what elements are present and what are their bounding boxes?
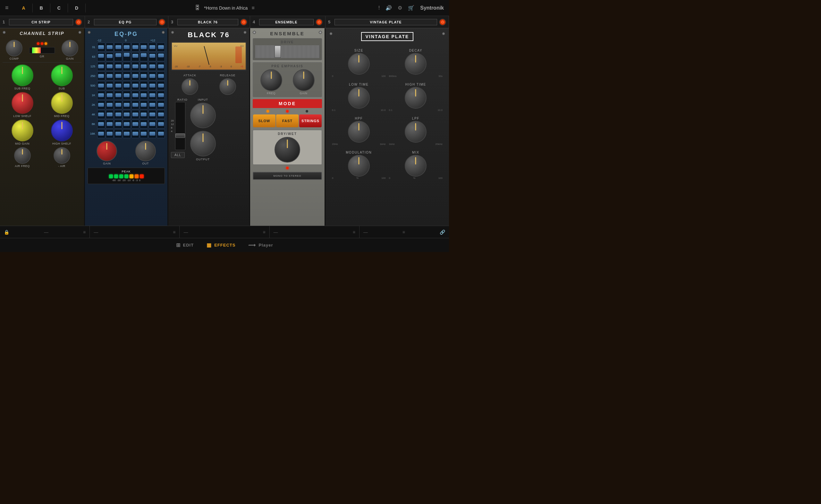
slot-power-2[interactable]: ⏻	[158, 19, 165, 26]
nav-effects[interactable]: ▦ EFFECTS	[207, 242, 235, 248]
eq-band-31-2[interactable]	[106, 43, 114, 52]
eq-band-250-6[interactable]	[140, 71, 148, 80]
eq-band-16k-4[interactable]	[123, 129, 131, 138]
nav-player[interactable]: ⟿ Player	[248, 242, 273, 248]
eq-band-500-3[interactable]	[114, 81, 122, 90]
eq-band-250-8[interactable]	[157, 71, 165, 80]
nav-tab-c[interactable]: C	[50, 4, 68, 13]
slot-lock-icon-1[interactable]: 🔒	[4, 230, 9, 235]
eq-band-1k-3[interactable]	[114, 91, 122, 100]
eq-band-1k-8[interactable]	[157, 91, 165, 100]
eq-band-250-4[interactable]	[123, 71, 131, 80]
eq-band-16k-5[interactable]	[131, 129, 140, 138]
eq-band-63-1[interactable]	[97, 52, 105, 61]
slot-power-3[interactable]: ⏻	[240, 19, 247, 26]
slot-minus-icon-3[interactable]: —	[183, 230, 188, 235]
eq-band-8k-5[interactable]	[131, 120, 140, 129]
eq-band-8k-8[interactable]	[157, 120, 165, 129]
eq-band-250-7[interactable]	[148, 71, 157, 80]
eq-band-31-3[interactable]	[114, 43, 122, 52]
output-knob[interactable]	[190, 131, 216, 156]
eq-band-125-5[interactable]	[131, 62, 140, 71]
eq-band-500-4[interactable]	[123, 81, 131, 90]
eq-band-16k-7[interactable]	[148, 129, 157, 138]
eq-band-500-7[interactable]	[148, 81, 157, 90]
slot-minus-icon-4[interactable]: —	[274, 230, 278, 235]
alert-icon[interactable]: !	[378, 5, 380, 11]
slot-name-5[interactable]: VINTAGE PLATE	[334, 19, 437, 25]
eq-band-2k-7[interactable]	[148, 100, 157, 109]
eq-band-16k-3[interactable]	[114, 129, 122, 138]
eq-band-125-3[interactable]	[114, 62, 122, 71]
eq-band-31-4[interactable]	[123, 43, 131, 52]
nav-edit[interactable]: ⊞ EDIT	[176, 242, 194, 248]
high-shelf-knob[interactable]	[51, 120, 73, 141]
vp-mix-knob[interactable]	[405, 155, 427, 177]
eq-band-4k-2[interactable]	[106, 110, 114, 119]
eq-band-4k-4[interactable]	[123, 110, 131, 119]
eq-band-250-5[interactable]	[131, 71, 140, 80]
slot-menu-icon-1[interactable]: ≡	[83, 230, 86, 235]
mode-strings-button[interactable]: STRINGS	[299, 114, 322, 127]
eq-band-4k-5[interactable]	[131, 110, 140, 119]
eq-band-16k-2[interactable]	[106, 129, 114, 138]
eq-band-8k-4[interactable]	[123, 120, 131, 129]
eq-band-31-1[interactable]	[97, 43, 105, 52]
slot-name-3[interactable]: BLACK 76	[177, 19, 238, 25]
eq-band-2k-8[interactable]	[157, 100, 165, 109]
slot-power-1[interactable]: ⏻	[75, 19, 82, 26]
mid-gain-knob[interactable]	[12, 120, 33, 141]
eq-band-63-5[interactable]	[131, 52, 140, 61]
eq-band-31-5[interactable]	[131, 43, 140, 52]
settings-icon[interactable]: ⚙	[398, 5, 402, 11]
slot-menu-icon-2[interactable]: ≡	[173, 230, 175, 235]
mode-slow-button[interactable]: SLOW	[253, 114, 275, 127]
eq-band-1k-7[interactable]	[148, 91, 157, 100]
eq-band-31-7[interactable]	[148, 43, 157, 52]
eq-band-500-5[interactable]	[131, 81, 140, 90]
eq-gain-knob[interactable]	[97, 141, 117, 161]
eq-band-1k-1[interactable]	[97, 91, 105, 100]
eq-band-8k-1[interactable]	[97, 120, 105, 129]
menu-icon[interactable]: ≡	[5, 4, 9, 11]
eq-band-2k-4[interactable]	[123, 100, 131, 109]
dry-wet-knob[interactable]	[275, 137, 300, 163]
slot-name-4[interactable]: ENSEMBLE	[259, 19, 314, 25]
slot-minus-icon-5[interactable]: —	[363, 230, 368, 235]
vp-decay-knob[interactable]	[405, 53, 427, 75]
eq-band-250-2[interactable]	[106, 71, 114, 80]
eq-band-8k-7[interactable]	[148, 120, 157, 129]
slot-minus-icon-1[interactable]: —	[44, 230, 48, 235]
eq-band-500-2[interactable]	[106, 81, 114, 90]
comp-knob[interactable]	[6, 40, 22, 56]
eq-band-8k-2[interactable]	[106, 120, 114, 129]
eq-band-4k-3[interactable]	[114, 110, 122, 119]
attack-knob[interactable]	[182, 78, 198, 95]
speaker-icon[interactable]: 🔊	[385, 5, 392, 11]
vp-low-time-knob[interactable]	[348, 87, 370, 109]
eq-band-2k-2[interactable]	[106, 100, 114, 109]
slot-link-icon-5[interactable]: 🔗	[440, 230, 445, 235]
preset-menu-icon[interactable]: ≡	[251, 5, 254, 11]
eq-out-knob[interactable]	[135, 141, 156, 161]
pre-freq-knob[interactable]	[260, 69, 282, 91]
eq-band-125-1[interactable]	[97, 62, 105, 71]
slot-name-2[interactable]: EQ PG	[94, 19, 157, 25]
eq-band-125-2[interactable]	[106, 62, 114, 71]
cart-icon[interactable]: 🛒	[408, 5, 414, 11]
eq-band-63-8[interactable]	[157, 52, 165, 61]
eq-band-16k-8[interactable]	[157, 129, 165, 138]
eq-band-31-8[interactable]	[157, 43, 165, 52]
eq-band-500-1[interactable]	[97, 81, 105, 90]
eq-band-125-6[interactable]	[140, 62, 148, 71]
eq-band-16k-6[interactable]	[140, 129, 148, 138]
pre-gain-knob[interactable]	[293, 69, 315, 91]
slot-name-1[interactable]: CH STRIP	[9, 19, 73, 25]
eq-band-125-4[interactable]	[123, 62, 131, 71]
vp-lpf-knob[interactable]	[405, 121, 427, 143]
eq-band-125-8[interactable]	[157, 62, 165, 71]
eq-band-4k-1[interactable]	[97, 110, 105, 119]
eq-band-4k-7[interactable]	[148, 110, 157, 119]
drive-handle[interactable]	[275, 46, 281, 58]
nav-tab-b[interactable]: B	[33, 4, 50, 13]
